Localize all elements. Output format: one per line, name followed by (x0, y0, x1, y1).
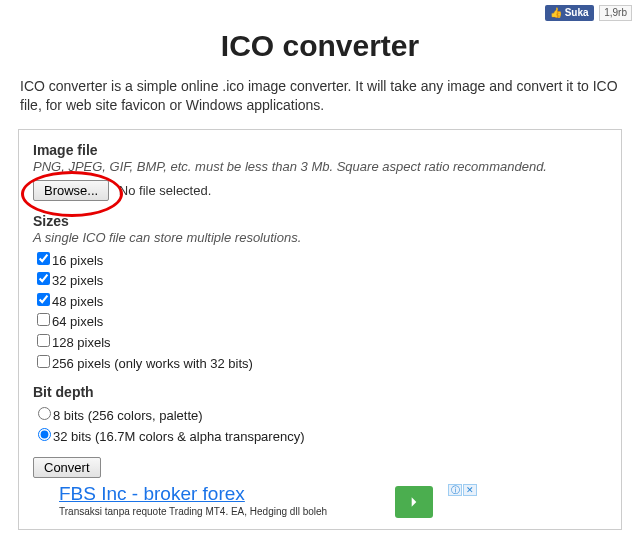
ad-choices[interactable]: ⓘ✕ (447, 484, 477, 496)
sizes-options: 16 pixels 32 pixels 48 pixels 64 pixels … (33, 249, 607, 372)
ad-close-icon: ✕ (463, 484, 477, 496)
size-checkbox-256[interactable] (37, 355, 50, 368)
bitdepth-option-8[interactable]: 8 bits (256 colors, palette) (33, 404, 607, 425)
size-checkbox-16[interactable] (37, 252, 50, 265)
sizes-heading: Sizes (33, 213, 607, 229)
size-option-48[interactable]: 48 pixels (33, 290, 607, 311)
size-option-16[interactable]: 16 pixels (33, 249, 607, 270)
size-option-256[interactable]: 256 pixels (only works with 32 bits) (33, 352, 607, 373)
size-option-64[interactable]: 64 pixels (33, 310, 607, 331)
bitdepth-radio-8[interactable] (38, 407, 51, 420)
fb-like-button[interactable]: 👍 Suka (545, 5, 594, 21)
bitdepth-radio-32[interactable] (38, 428, 51, 441)
fb-like-count: 1,9rb (599, 5, 632, 21)
converter-panel: Image file PNG, JPEG, GIF, BMP, etc. mus… (18, 129, 622, 530)
bitdepth-heading: Bit depth (33, 384, 607, 400)
sizes-hint: A single ICO file can store multiple res… (33, 230, 607, 245)
fb-like-label: Suka (565, 7, 589, 18)
image-file-heading: Image file (33, 142, 607, 158)
thumb-up-icon: 👍 (550, 7, 562, 18)
ad-go-button[interactable] (395, 486, 433, 518)
ad-banner[interactable]: ⓘ✕ FBS Inc - broker forex Transaksi tanp… (59, 484, 479, 517)
size-checkbox-32[interactable] (37, 272, 50, 285)
convert-button[interactable]: Convert (33, 457, 101, 478)
size-option-32[interactable]: 32 pixels (33, 269, 607, 290)
browse-button[interactable]: Browse... (33, 180, 109, 201)
chevron-right-icon (407, 495, 421, 509)
bitdepth-options: 8 bits (256 colors, palette) 32 bits (16… (33, 404, 607, 445)
ad-info-icon: ⓘ (448, 484, 462, 496)
size-option-128[interactable]: 128 pixels (33, 331, 607, 352)
page-title: ICO converter (0, 29, 640, 63)
file-status-text: No file selected. (119, 183, 212, 198)
file-input-row: Browse... No file selected. (33, 180, 607, 201)
size-checkbox-64[interactable] (37, 313, 50, 326)
intro-text: ICO converter is a simple online .ico im… (0, 77, 640, 115)
size-checkbox-48[interactable] (37, 293, 50, 306)
bitdepth-option-32[interactable]: 32 bits (16.7M colors & alpha transparen… (33, 425, 607, 446)
size-checkbox-128[interactable] (37, 334, 50, 347)
image-file-hint: PNG, JPEG, GIF, BMP, etc. must be less t… (33, 159, 607, 174)
